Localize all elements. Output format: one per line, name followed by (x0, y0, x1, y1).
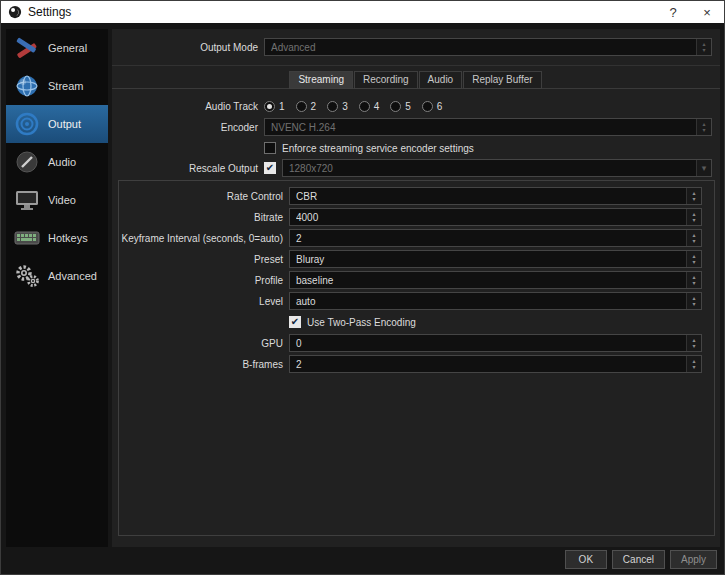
spinner-buttons[interactable]: ▴▾ (686, 356, 701, 372)
preset-label: Preset (119, 254, 283, 265)
keyframe-interval-value: 2 (296, 233, 695, 244)
gpu-label: GPU (119, 338, 283, 349)
rate-control-select[interactable]: CBR ▴▾ (289, 187, 702, 205)
radio-icon (264, 101, 275, 112)
tab-audio[interactable]: Audio (419, 71, 463, 89)
ok-button[interactable]: OK (565, 550, 607, 569)
spinner-down-icon: ▾ (692, 217, 695, 223)
sidebar-item-hotkeys[interactable]: Hotkeys (6, 219, 108, 257)
preset-row: Preset Bluray ▴▾ (119, 250, 714, 268)
check-icon: ✔ (266, 163, 274, 173)
keyframe-interval-label: Keyframe Interval (seconds, 0=auto) (119, 233, 283, 244)
rescale-label: Rescale Output (112, 163, 258, 174)
bframes-row: B-frames 2 ▴▾ (119, 355, 714, 373)
profile-label: Profile (119, 275, 283, 286)
settings-window: Settings ? × General Stream Output (0, 0, 725, 575)
help-button[interactable]: ? (656, 1, 690, 23)
footer: OK Cancel Apply (1, 545, 724, 574)
radio-icon (327, 101, 338, 112)
radio-label: 1 (279, 101, 285, 112)
dropdown-arrows-icon: ▴▾ (696, 39, 711, 55)
sidebar-item-label: Video (48, 194, 76, 206)
spinner-buttons[interactable]: ▴▾ (686, 230, 701, 246)
enforce-checkbox[interactable]: ✔ (264, 142, 276, 154)
bitrate-label: Bitrate (119, 212, 283, 223)
profile-row: Profile baseline ▴▾ (119, 271, 714, 289)
encoder-value: NVENC H.264 (271, 122, 705, 133)
rate-control-row: Rate Control CBR ▴▾ (119, 187, 714, 205)
two-pass-checkbox[interactable]: ✔ (289, 316, 301, 328)
spinner-down-icon: ▾ (692, 364, 695, 370)
sidebar-item-audio[interactable]: Audio (6, 143, 108, 181)
check-icon: ✔ (291, 317, 299, 327)
audio-icon (14, 149, 40, 175)
level-row: Level auto ▴▾ (119, 292, 714, 310)
dropdown-arrows-icon: ▴▾ (686, 251, 701, 267)
spinner-buttons[interactable]: ▴▾ (686, 209, 701, 225)
audio-track-6-radio[interactable]: 6 (422, 101, 443, 112)
main-panel: Output Mode Advanced ▴▾ Streaming Record… (112, 29, 720, 547)
radio-label: 2 (311, 101, 317, 112)
rate-control-value: CBR (296, 191, 695, 202)
level-value: auto (296, 296, 695, 307)
radio-icon (359, 101, 370, 112)
sidebar-item-label: Advanced (48, 270, 97, 282)
spinner-down-icon: ▾ (692, 238, 695, 244)
preset-select[interactable]: Bluray ▴▾ (289, 250, 702, 268)
level-label: Level (119, 296, 283, 307)
audio-track-3-radio[interactable]: 3 (327, 101, 348, 112)
sidebar-item-output[interactable]: Output (6, 105, 108, 143)
rescale-row: Rescale Output ✔ 1280x720 ▾ (112, 158, 720, 178)
level-select[interactable]: auto ▴▾ (289, 292, 702, 310)
audio-track-2-radio[interactable]: 2 (296, 101, 317, 112)
radio-label: 4 (374, 101, 380, 112)
sidebar-item-advanced[interactable]: Advanced (6, 257, 108, 295)
tab-recording[interactable]: Recording (354, 71, 418, 89)
obs-logo-icon (8, 5, 22, 19)
bitrate-input[interactable]: 4000 ▴▾ (289, 208, 702, 226)
dropdown-arrows-icon: ▴▾ (696, 119, 711, 135)
radio-icon (390, 101, 401, 112)
dropdown-arrows-icon: ▴▾ (686, 293, 701, 309)
encoder-select[interactable]: NVENC H.264 ▴▾ (264, 118, 712, 136)
tab-streaming[interactable]: Streaming (289, 71, 353, 89)
audio-track-1-radio[interactable]: 1 (264, 101, 285, 112)
audio-track-radios: 1 2 3 4 5 6 (264, 101, 442, 112)
audio-track-5-radio[interactable]: 5 (390, 101, 411, 112)
gpu-input[interactable]: 0 ▴▾ (289, 334, 702, 352)
sidebar: General Stream Output Audio Video (6, 29, 108, 547)
sidebar-item-label: Hotkeys (48, 232, 88, 244)
bframes-input[interactable]: 2 ▴▾ (289, 355, 702, 373)
output-icon (14, 111, 40, 137)
enforce-row: ✔ Enforce streaming service encoder sett… (112, 138, 720, 158)
sidebar-item-label: General (48, 42, 87, 54)
radio-label: 5 (405, 101, 411, 112)
output-mode-select[interactable]: Advanced ▴▾ (264, 38, 712, 56)
footer-buttons: OK Cancel Apply (565, 550, 717, 569)
tab-replay-buffer[interactable]: Replay Buffer (463, 71, 541, 89)
keyframe-interval-input[interactable]: 2 ▴▾ (289, 229, 702, 247)
sidebar-item-label: Audio (48, 156, 76, 168)
dropdown-arrows-icon: ▴▾ (686, 272, 701, 288)
sidebar-item-stream[interactable]: Stream (6, 67, 108, 105)
profile-select[interactable]: baseline ▴▾ (289, 271, 702, 289)
profile-value: baseline (296, 275, 695, 286)
encoder-settings-group: Rate Control CBR ▴▾ Bitrate 4000 ▴▾ Keyf… (118, 180, 715, 536)
audio-track-4-radio[interactable]: 4 (359, 101, 380, 112)
sidebar-item-general[interactable]: General (6, 29, 108, 67)
window-title: Settings (28, 5, 71, 19)
rescale-value: 1280x720 (289, 163, 705, 174)
sidebar-item-video[interactable]: Video (6, 181, 108, 219)
apply-button[interactable]: Apply (670, 550, 717, 569)
close-button[interactable]: × (690, 1, 724, 23)
cancel-button[interactable]: Cancel (612, 550, 665, 569)
radio-label: 6 (437, 101, 443, 112)
bframes-label: B-frames (119, 359, 283, 370)
hotkeys-icon (14, 225, 40, 251)
rescale-checkbox[interactable]: ✔ (264, 162, 276, 174)
dropdown-arrow-icon: ▾ (696, 160, 711, 176)
output-mode-row: Output Mode Advanced ▴▾ (112, 37, 720, 57)
spinner-buttons[interactable]: ▴▾ (686, 335, 701, 351)
rescale-select[interactable]: 1280x720 ▾ (282, 159, 712, 177)
sidebar-item-label: Output (48, 118, 81, 130)
